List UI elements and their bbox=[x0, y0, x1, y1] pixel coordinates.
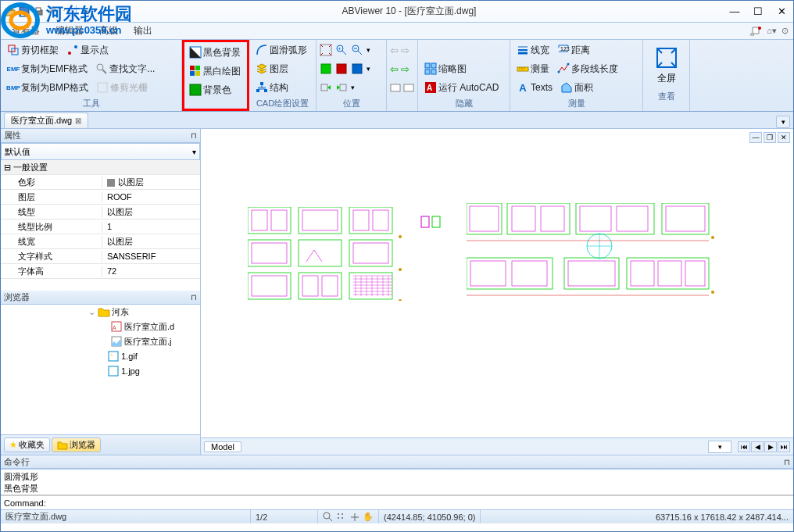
props-pin-icon[interactable]: ⊓ bbox=[191, 131, 197, 140]
close-button[interactable]: ✕ bbox=[770, 3, 793, 20]
qat-open-icon[interactable] bbox=[4, 5, 16, 18]
props-section-general[interactable]: ⊟ 一般设置 bbox=[1, 160, 200, 175]
btn-measure[interactable]: 测量 bbox=[513, 61, 553, 77]
btn-texts[interactable]: ATexts bbox=[513, 80, 556, 95]
titlebar-help-icon[interactable] bbox=[749, 26, 762, 37]
titlebar-collapse-icon[interactable]: ⊙ bbox=[781, 26, 789, 37]
qat-undo-icon[interactable]: ↶ bbox=[46, 5, 59, 18]
svg-point-9 bbox=[68, 52, 71, 55]
menu-output[interactable]: 输出 bbox=[126, 24, 160, 37]
btn-bg-color[interactable]: 背景色 bbox=[186, 82, 234, 98]
btn-polyline-length[interactable]: 多段线长度 bbox=[554, 61, 621, 77]
left-bottom-tabs: ★收藏夹 浏览器 bbox=[1, 434, 200, 455]
svg-rect-103 bbox=[576, 203, 654, 234]
svg-rect-18 bbox=[195, 71, 200, 76]
btn-clip-frame[interactable]: 剪切框架 bbox=[4, 42, 62, 59]
zoom-dd-icon[interactable]: ▾ bbox=[367, 46, 370, 54]
modeltab-last-icon[interactable]: ⏭ bbox=[778, 441, 790, 452]
canvas-restore-icon[interactable]: ❐ bbox=[764, 132, 776, 143]
svg-rect-72 bbox=[252, 210, 267, 230]
modeltab-prev-icon[interactable]: ◀ bbox=[751, 441, 764, 452]
titlebar-home-icon[interactable]: ⌂▾ bbox=[767, 26, 777, 37]
zoom-fit-icon[interactable] bbox=[320, 44, 332, 56]
btn-smooth-arc[interactable]: 圆滑弧形 bbox=[252, 42, 310, 59]
props-default-combo[interactable]: 默认值▾ bbox=[1, 143, 200, 160]
menu-viewer[interactable]: 查看器 bbox=[4, 24, 48, 37]
props-table: ⊟ 一般设置 色彩以图层 图层ROOF 线型以图层 线型比例1 线宽以图层 文字… bbox=[1, 160, 200, 291]
minimize-button[interactable]: — bbox=[723, 3, 746, 20]
nav-prev-icon[interactable]: ⇦ bbox=[390, 63, 399, 75]
svg-rect-21 bbox=[256, 89, 259, 92]
btn-copy-bmp[interactable]: BMP复制为BMP格式 bbox=[4, 80, 91, 96]
qat-dropdown-icon[interactable]: ▾ bbox=[80, 5, 92, 18]
svg-rect-13 bbox=[98, 83, 107, 92]
nav-next-icon[interactable]: ⇨ bbox=[401, 63, 410, 75]
modeltab-dropdown[interactable]: ▾ bbox=[708, 441, 731, 453]
view-dd-icon[interactable]: ▾ bbox=[367, 65, 370, 73]
btn-bw-draw[interactable]: 黑白绘图 bbox=[186, 63, 244, 80]
status-dims: 63715.16 x 17618.42 x 2487.414... bbox=[651, 510, 793, 523]
tab-favorites[interactable]: ★收藏夹 bbox=[4, 437, 50, 452]
svg-rect-100 bbox=[432, 216, 440, 227]
btn-find-text[interactable]: 查找文字... bbox=[92, 61, 158, 77]
canvas-min-icon[interactable]: — bbox=[749, 132, 762, 143]
svg-line-12 bbox=[102, 70, 106, 73]
command-input[interactable] bbox=[49, 498, 793, 508]
svg-rect-116 bbox=[568, 261, 615, 286]
btn-show-point[interactable]: 显示点 bbox=[63, 42, 112, 59]
tree-file-jpg2[interactable]: 1.jpg bbox=[1, 364, 200, 379]
menu-editor[interactable]: 编辑器 bbox=[48, 24, 91, 37]
qat-redo-icon[interactable]: ↷ bbox=[60, 5, 73, 18]
doctab-active[interactable]: 医疗室立面.dwg ⊠ bbox=[4, 112, 88, 128]
cmd-pin-icon[interactable]: ⊓ bbox=[784, 458, 790, 466]
browser-pin-icon[interactable]: ⊓ bbox=[191, 293, 197, 302]
drawing-canvas[interactable]: — ❐ ✕ bbox=[201, 129, 793, 437]
btn-distance[interactable]: 123距离 bbox=[554, 42, 593, 59]
nav-last-icon[interactable] bbox=[403, 82, 414, 93]
svg-rect-33 bbox=[321, 64, 331, 73]
btn-linewidth[interactable]: 线宽 bbox=[513, 42, 553, 59]
menu-advanced[interactable]: 高级 bbox=[91, 24, 126, 37]
tree-file-gif[interactable]: 1.gif bbox=[1, 349, 200, 364]
btn-layers[interactable]: 图层 bbox=[252, 61, 291, 77]
view-front-icon[interactable] bbox=[335, 62, 348, 75]
maximize-button[interactable]: ☐ bbox=[746, 3, 770, 20]
props-header: 属性 ⊓ bbox=[1, 129, 200, 143]
pan-left-icon[interactable] bbox=[320, 81, 332, 94]
view-top-icon[interactable] bbox=[320, 62, 332, 75]
btn-black-bg[interactable]: 黑色背景 bbox=[186, 45, 244, 61]
zoom-out-icon[interactable] bbox=[351, 44, 363, 56]
status-icons: ✋ bbox=[318, 510, 379, 523]
quick-access-toolbar: ↶ ↷ ▾ bbox=[1, 5, 95, 18]
modeltab-first-icon[interactable]: ⏮ bbox=[738, 441, 750, 452]
btn-area[interactable]: 面积 bbox=[557, 80, 596, 96]
view-side-icon[interactable] bbox=[351, 62, 363, 75]
svg-rect-112 bbox=[617, 206, 648, 231]
tree-file-dwg[interactable]: A 医疗室立面.d bbox=[1, 320, 200, 334]
pan-right-icon[interactable] bbox=[335, 81, 348, 94]
status-grid-icon[interactable] bbox=[336, 512, 347, 523]
doctabs-dropdown[interactable]: ▾ bbox=[776, 116, 790, 128]
svg-rect-78 bbox=[353, 243, 388, 263]
btn-thumbnail[interactable]: 缩略图 bbox=[421, 61, 470, 77]
tree-folder[interactable]: ⌄ 河东 bbox=[1, 305, 200, 320]
tree-file-jpg[interactable]: 医疗室立面.j bbox=[1, 334, 200, 349]
zoom-in-icon[interactable]: + bbox=[335, 44, 348, 56]
tab-browser[interactable]: 浏览器 bbox=[52, 437, 101, 452]
btn-structure[interactable]: 结构 bbox=[252, 80, 291, 96]
pan-dd-icon[interactable]: ▾ bbox=[351, 84, 355, 91]
qat-save-icon[interactable] bbox=[18, 5, 30, 18]
status-hand-icon[interactable]: ✋ bbox=[363, 512, 374, 522]
nav-first-icon[interactable] bbox=[390, 82, 401, 93]
status-ortho-icon[interactable] bbox=[349, 512, 360, 523]
btn-copy-emf[interactable]: EMF复制为EMF格式 bbox=[4, 61, 91, 77]
modeltab-model[interactable]: Model bbox=[204, 441, 241, 452]
svg-rect-43 bbox=[431, 70, 436, 74]
modeltab-next-icon[interactable]: ▶ bbox=[764, 441, 777, 452]
doctab-close-icon[interactable]: ⊠ bbox=[75, 116, 81, 125]
qat-print-icon[interactable] bbox=[32, 5, 45, 18]
canvas-close-icon[interactable]: ✕ bbox=[778, 132, 790, 143]
btn-fullscreen[interactable]: 全屏 bbox=[647, 41, 686, 89]
status-zoom-icon[interactable] bbox=[323, 512, 334, 523]
btn-run-autocad[interactable]: A运行 AutoCAD bbox=[421, 80, 502, 96]
